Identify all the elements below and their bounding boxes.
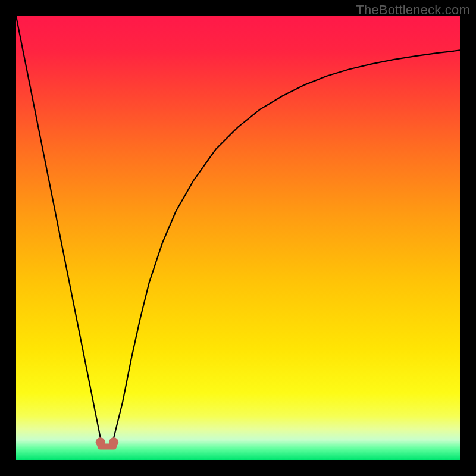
watermark-text: TheBottleneck.com <box>356 2 470 18</box>
marker-min-left <box>96 437 105 447</box>
marker-min-right <box>109 437 118 447</box>
chart-svg <box>16 16 460 460</box>
gradient-background <box>16 16 460 460</box>
plot-area <box>16 16 460 460</box>
chart-frame <box>16 16 460 460</box>
